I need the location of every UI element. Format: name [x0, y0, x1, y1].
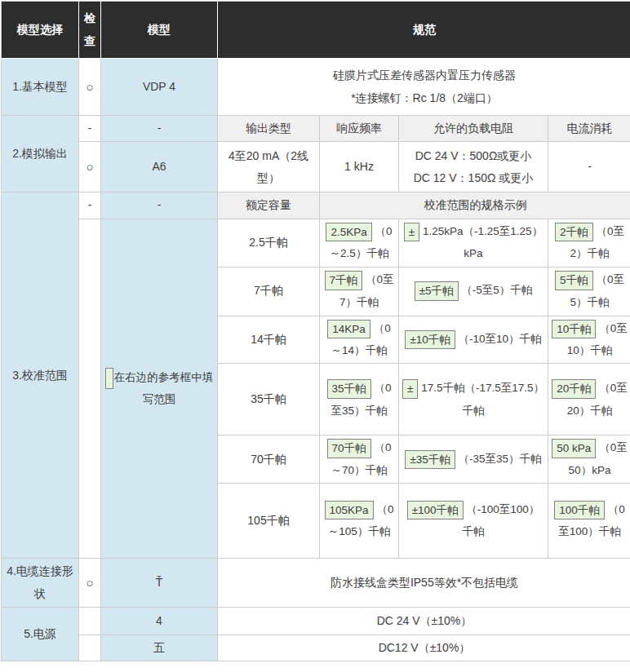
mid-range-text: 1.25kPa（-1.25至1.25）kPa [423, 225, 543, 259]
cable-label: 4.电缆连接形状 [2, 559, 79, 608]
cable-model-code: Ť [101, 559, 218, 608]
header-row: 模型选择 检查 模型 规范 [2, 2, 630, 59]
page: 模型选择 检查 模型 规范 1.基本模型 ○ VDP 4 硅膜片式压差传感器内置… [0, 1, 630, 672]
calibration-dash-check: - [79, 192, 101, 219]
out-range-cell: 2千帕 （0至2）千帕 [548, 219, 630, 267]
load-res-line1: DC 24 V：500Ω或更小 [402, 145, 544, 167]
calibration-row-2p5: 在右边的参考框中填写范围 2.5千帕 2.5KPa （0～2.5）千帕 ± 1.… [2, 219, 630, 267]
mid-range-input[interactable]: ±100千帕 [407, 501, 464, 520]
rated-capacity-header: 额定容量 [218, 192, 320, 219]
spec-example-header: 校准范围的规格示例 [320, 192, 630, 219]
mid-range-cell: ± 1.25kPa（-1.25至1.25）kPa [399, 219, 548, 267]
rated-range-input[interactable]: 105KPa [325, 501, 374, 520]
analog-dash-check: - [79, 116, 101, 142]
mid-range-cell: ±100千帕 （-100至100）千帕 [399, 484, 548, 559]
model-selection-table: 模型选择 检查 模型 规范 1.基本模型 ○ VDP 4 硅膜片式压差传感器内置… [1, 1, 630, 661]
current-consumption-header: 电流消耗 [548, 116, 630, 142]
out-range-input[interactable]: 50 kPa [552, 439, 596, 458]
rated-range-cell: 7千帕 （0至7）千帕 [320, 267, 399, 316]
power-spec-12v: DC12 V（±10%） [218, 634, 630, 661]
analog-output-label: 2.模拟输出 [2, 116, 79, 192]
rated-range-input[interactable]: 35千帕 [327, 379, 371, 399]
mid-range-text: 17.5千帕（-17.5至17.5）千帕 [421, 382, 544, 416]
out-range-input[interactable]: 10千帕 [552, 320, 596, 339]
mid-range-input[interactable]: ± [402, 379, 418, 399]
load-resistance-header: 允许的负载电阻 [399, 116, 548, 142]
power-model-24v: 4 [101, 607, 218, 634]
out-range-input[interactable]: 100千帕 [554, 501, 605, 520]
cable-spec: 防水接线盒类型IP55等效*不包括电缆 [218, 559, 630, 608]
calibration-check-empty [79, 219, 101, 559]
out-range-input[interactable]: 20千帕 [552, 379, 596, 399]
mid-range-text: （-5至5）千帕 [461, 285, 532, 297]
out-range-cell: 50 kPa （0至50）kPa [548, 435, 630, 484]
header-check: 检查 [79, 2, 101, 59]
analog-model-code: A6 [101, 142, 218, 192]
out-range-input[interactable]: 5千帕 [555, 271, 593, 290]
calibration-subheader-row: 3.校准范围 - - 额定容量 校准范围的规格示例 [2, 192, 630, 219]
power-check-empty-12v [79, 634, 101, 661]
basic-model-row: 1.基本模型 ○ VDP 4 硅膜片式压差传感器内置压力传感器 *连接螺钉：Rc… [2, 59, 630, 116]
rated-range-input[interactable]: 2.5KPa [326, 223, 371, 242]
mid-range-cell: ±5千帕 （-5至5）千帕 [399, 267, 548, 316]
rated-range-cell: 2.5KPa （0～2.5）千帕 [320, 219, 399, 267]
capacity-label: 14千帕 [218, 316, 320, 364]
calibration-label: 3.校准范围 [2, 192, 79, 559]
rated-range-input[interactable]: 70千帕 [327, 439, 371, 458]
mid-range-text: （-100至100）千帕 [463, 503, 540, 537]
mid-range-cell: ± 17.5千帕（-17.5至17.5）千帕 [399, 364, 548, 435]
basic-spec: 硅膜片式压差传感器内置压力传感器 *连接螺钉：Rc 1/8（2端口） [218, 59, 630, 116]
rated-range-input[interactable]: 14KPa [327, 320, 370, 339]
power-row-24v: 5.电源 4 DC 24 V（±10%） [2, 607, 630, 634]
basic-model-label: 1.基本模型 [2, 59, 79, 116]
mid-range-input[interactable]: ±10千帕 [405, 330, 455, 350]
mid-range-input[interactable]: ±35千帕 [405, 450, 455, 470]
out-range-cell: 100千帕 （0至100）千帕 [548, 484, 630, 559]
capacity-label: 35千帕 [218, 364, 320, 435]
rated-range-cell: 14KPa （0～14）千帕 [320, 316, 399, 364]
circle-mark-icon: ○ [86, 80, 93, 94]
mid-range-cell: ±10千帕 （-10至10）千帕 [399, 316, 548, 364]
analog-current: - [548, 142, 630, 192]
header-model: 模型 [101, 2, 218, 59]
mid-range-text: （-10至10）千帕 [459, 333, 542, 345]
analog-output-type: 4至20 mA（2线型） [218, 142, 320, 192]
capacity-label: 2.5千帕 [218, 219, 320, 267]
rated-range-cell: 105KPa （0～105）千帕 [320, 484, 399, 559]
basic-model-code: VDP 4 [101, 59, 218, 116]
out-range-input[interactable]: 2千帕 [555, 223, 593, 242]
out-range-cell: 5千帕 （0至5）千帕 [548, 267, 630, 316]
response-freq-header: 响应频率 [320, 116, 399, 142]
analog-values-row: ○ A6 4至20 mA（2线型） 1 kHz DC 24 V：500Ω或更小 … [2, 142, 630, 192]
rated-range-input[interactable]: 7千帕 [325, 271, 363, 290]
basic-check-circle-icon: ○ [79, 59, 101, 116]
out-range-cell: 10千帕 （0至10）千帕 [548, 316, 630, 364]
power-label: 5.电源 [2, 607, 79, 661]
header-spec: 规范 [218, 2, 630, 59]
mid-range-text: （-35至35）千帕 [459, 453, 542, 465]
range-fill-input[interactable] [105, 368, 113, 389]
power-row-12v: 五 DC12 V（±10%） [2, 634, 630, 661]
output-type-header: 输出类型 [218, 116, 320, 142]
analog-response-freq: 1 kHz [320, 142, 399, 192]
circle-mark-icon: ○ [86, 576, 93, 590]
mid-range-input[interactable]: ±5千帕 [415, 281, 459, 301]
power-spec-24v: DC 24 V（±10%） [218, 607, 630, 634]
load-res-line2: DC 12 V：150Ω 或更小 [402, 167, 544, 189]
basic-spec-line2: *连接螺钉：Rc 1/8（2端口） [221, 87, 628, 109]
rated-range-cell: 70千帕 （0～70）千帕 [320, 435, 399, 484]
capacity-label: 70千帕 [218, 435, 320, 484]
capacity-label: 7千帕 [218, 267, 320, 316]
analog-load-resistance: DC 24 V：500Ω或更小 DC 12 V：150Ω 或更小 [399, 142, 548, 192]
cable-check-circle-icon: ○ [79, 559, 101, 608]
analog-subheader-row: 2.模拟输出 - - 输出类型 响应频率 允许的负载电阻 电流消耗 [2, 116, 630, 142]
cable-row: 4.电缆连接形状 ○ Ť 防水接线盒类型IP55等效*不包括电缆 [2, 559, 630, 608]
calibration-model-note: 在右边的参考框中填写范围 [114, 371, 214, 405]
out-range-cell: 20千帕 （0至20）千帕 [548, 364, 630, 435]
calibration-model-note-cell: 在右边的参考框中填写范围 [101, 219, 218, 559]
rated-range-cell: 35千帕 （0至35）千帕 [320, 364, 399, 435]
mid-range-input[interactable]: ± [404, 223, 419, 242]
analog-check-circle-icon: ○ [79, 142, 101, 192]
basic-spec-line1: 硅膜片式压差传感器内置压力传感器 [221, 64, 628, 86]
power-check-empty-24v [79, 607, 101, 634]
